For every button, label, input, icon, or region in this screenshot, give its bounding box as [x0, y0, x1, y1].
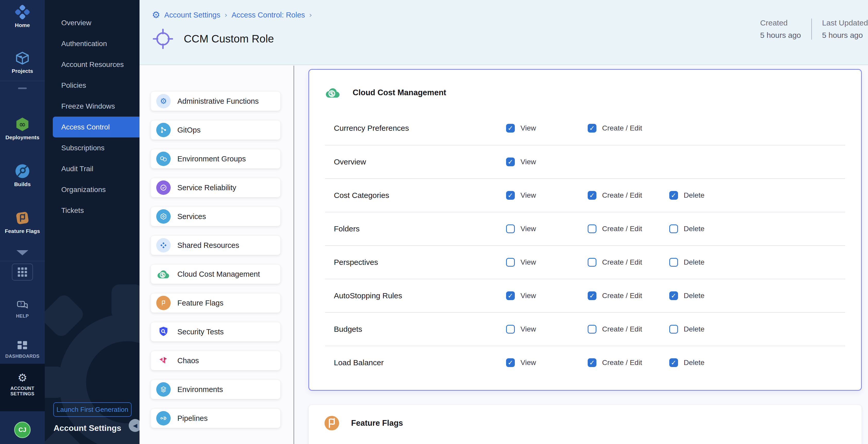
view-permission-cell: View: [506, 291, 588, 300]
checkbox-label: View: [521, 124, 536, 132]
sidebar-item-tickets[interactable]: Tickets: [45, 200, 140, 221]
cloud-cost-management-icon: $: [324, 84, 342, 101]
module-picker-button[interactable]: [12, 263, 33, 281]
sidebar-collapse-button[interactable]: ◀: [129, 419, 140, 432]
module-card-chaos[interactable]: Chaos: [151, 351, 281, 370]
role-target-icon: [152, 28, 174, 50]
module-label: Environment Groups: [177, 155, 246, 163]
rail-label: Projects: [0, 68, 45, 74]
breadcrumb-link-account-settings[interactable]: Account Settings: [164, 11, 220, 19]
rail-item-account-settings-selected[interactable]: ⚙ ACCOUNT SETTINGS: [0, 364, 45, 411]
last-updated-value: 5 hours ago: [822, 31, 868, 40]
permissions-area: $ Cloud Cost Management Currency Prefere…: [294, 66, 868, 444]
view-checkbox[interactable]: [506, 291, 515, 300]
module-card-feature-flags[interactable]: Feature Flags: [151, 293, 281, 313]
cloud-cost-management-icon: $: [156, 267, 170, 281]
view-permission-cell: View: [506, 124, 588, 132]
sidebar-item-authentication[interactable]: Authentication: [45, 33, 140, 54]
module-card-shared-resources[interactable]: Shared Resources: [151, 235, 281, 255]
sidebar-item-freeze-windows[interactable]: Freeze Windows: [45, 96, 140, 117]
module-label: Service Reliability: [177, 184, 236, 192]
rail-item-help[interactable]: ? HELP: [0, 300, 45, 319]
rail-divider: [0, 261, 45, 261]
module-card-gitops[interactable]: GitOps: [151, 120, 281, 140]
checkbox-label: Create / Edit: [602, 191, 642, 199]
module-card-environments[interactable]: Environments: [151, 380, 281, 399]
grid-icon: [17, 267, 28, 277]
rail-more-chevron-down-icon[interactable]: [17, 250, 28, 255]
module-rail: Home Projects ∞ Deployments Builds Featu…: [0, 0, 45, 444]
module-card-pipelines[interactable]: Pipelines: [151, 409, 281, 428]
module-card-service-reliability[interactable]: Service Reliability: [151, 178, 281, 197]
checkbox-label: Create / Edit: [602, 258, 642, 266]
launch-first-generation-button[interactable]: Launch First Generation: [53, 402, 131, 417]
create-edit-permission-cell: Create / Edit: [588, 325, 669, 334]
environments-icon: [156, 382, 170, 397]
create-edit-permission-cell: Create / Edit: [588, 124, 669, 132]
module-card-security-tests[interactable]: Security Tests: [151, 322, 281, 342]
delete-checkbox[interactable]: [669, 291, 678, 300]
view-permission-cell: View: [506, 258, 588, 267]
feature-flags-icon: [323, 415, 340, 432]
delete-checkbox[interactable]: [669, 358, 678, 367]
create-edit-checkbox[interactable]: [588, 291, 596, 300]
module-label: Feature Flags: [177, 299, 223, 307]
rail-group-dash: [18, 88, 27, 89]
rail-item-dashboards[interactable]: DASHBOARDS: [0, 340, 45, 359]
rail-label: Deployments: [0, 134, 45, 140]
create-edit-checkbox[interactable]: [588, 325, 596, 334]
view-checkbox[interactable]: [506, 325, 515, 334]
view-checkbox[interactable]: [506, 124, 515, 132]
rail-item-home[interactable]: Home: [0, 4, 45, 28]
module-card-environment-groups[interactable]: Environment Groups: [151, 149, 281, 168]
create-edit-checkbox[interactable]: [588, 191, 596, 200]
delete-checkbox[interactable]: [669, 224, 678, 233]
sidebar-item-account-resources[interactable]: Account Resources: [45, 54, 140, 75]
module-card-cloud-cost-management[interactable]: $ Cloud Cost Management: [151, 264, 281, 284]
gear-watermark-icon: [45, 284, 140, 444]
rail-label: ACCOUNT: [0, 386, 45, 391]
rail-item-projects[interactable]: Projects: [0, 51, 45, 74]
shared-resources-icon: [156, 238, 170, 253]
create-edit-checkbox[interactable]: [588, 358, 596, 367]
delete-checkbox[interactable]: [669, 258, 678, 267]
rail-item-builds[interactable]: Builds: [0, 163, 45, 187]
breadcrumb: ⚙ Account Settings › Access Control: Rol…: [152, 10, 312, 20]
harness-logo-icon: [14, 4, 30, 20]
delete-checkbox[interactable]: [669, 191, 678, 200]
breadcrumb-link-access-control-roles[interactable]: Access Control: Roles: [232, 11, 305, 19]
view-checkbox[interactable]: [506, 158, 515, 166]
view-checkbox[interactable]: [506, 191, 515, 200]
create-edit-checkbox[interactable]: [588, 124, 596, 132]
delete-checkbox[interactable]: [669, 325, 678, 334]
create-edit-checkbox[interactable]: [588, 224, 596, 233]
permission-row-autostopping-rules: AutoStopping Rules View Create / Edit De…: [325, 279, 845, 312]
sidebar-item-organizations[interactable]: Organizations: [45, 179, 140, 200]
view-permission-cell: View: [506, 191, 588, 200]
view-checkbox[interactable]: [506, 258, 515, 267]
sidebar-item-subscriptions[interactable]: Subscriptions: [45, 137, 140, 158]
sidebar-item-overview[interactable]: Overview: [45, 12, 140, 33]
module-card-administrative-functions[interactable]: ⚙ Administrative Functions: [151, 91, 281, 111]
module-label: Pipelines: [177, 414, 208, 423]
feature-flags-permissions-panel: Feature Flags: [308, 405, 862, 444]
permission-row-currency-preferences: Currency Preferences View Create / Edit …: [325, 112, 845, 145]
sidebar-item-policies[interactable]: Policies: [45, 75, 140, 96]
create-edit-checkbox[interactable]: [588, 258, 596, 267]
checkbox-label: View: [521, 158, 536, 166]
sidebar-menu: Overview Authentication Account Resource…: [45, 0, 140, 221]
sidebar-item-access-control[interactable]: Access Control: [53, 117, 140, 137]
resource-label: AutoStopping Rules: [325, 291, 506, 300]
user-avatar[interactable]: CJ: [14, 422, 31, 438]
resource-label: Currency Preferences: [325, 124, 506, 132]
view-checkbox[interactable]: [506, 358, 515, 367]
sidebar-item-audit-trail[interactable]: Audit Trail: [45, 158, 140, 179]
collapse-triangle-icon: ◀: [133, 422, 137, 429]
checkbox-label: View: [521, 258, 536, 266]
view-checkbox[interactable]: [506, 224, 515, 233]
rail-item-feature-flags[interactable]: Feature Flags: [0, 210, 45, 234]
rail-item-deployments[interactable]: ∞ Deployments: [0, 116, 45, 140]
module-card-services[interactable]: Services: [151, 207, 281, 226]
account-settings-sidebar: Overview Authentication Account Resource…: [45, 0, 140, 444]
ccm-permissions-panel: $ Cloud Cost Management Currency Prefere…: [308, 69, 862, 391]
